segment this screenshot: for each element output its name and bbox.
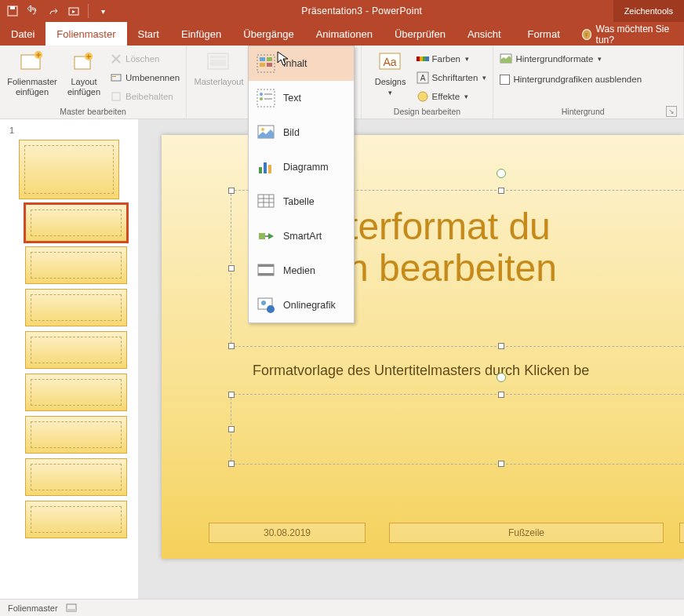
insert-layout-button[interactable]: Layout einfügen bbox=[61, 49, 107, 105]
tab-slidemaster[interactable]: Folienmaster bbox=[45, 22, 126, 46]
layout-thumbnail-4[interactable] bbox=[25, 331, 127, 369]
resize-handle[interactable] bbox=[498, 343, 504, 349]
colors-button[interactable]: Farben ▾ bbox=[417, 50, 487, 67]
svg-rect-39 bbox=[264, 162, 267, 173]
redo-icon[interactable] bbox=[45, 3, 61, 19]
dd-item-table[interactable]: Tabelle bbox=[249, 184, 354, 219]
resize-handle[interactable] bbox=[498, 392, 504, 398]
window-title: Präsentation3 - PowerPoint bbox=[115, 5, 609, 16]
dd-item-online[interactable]: Onlinegrafik bbox=[249, 288, 354, 323]
resize-handle[interactable] bbox=[228, 426, 235, 432]
svg-point-24 bbox=[418, 92, 428, 101]
start-over-icon[interactable] bbox=[66, 3, 82, 19]
tab-start[interactable]: Start bbox=[127, 22, 170, 46]
rotate-handle-icon[interactable] bbox=[497, 169, 506, 178]
svg-rect-11 bbox=[210, 56, 226, 58]
group-design-edit: Aa Designs▾ Farben ▾ ASchriftarten ▾ Eff… bbox=[362, 46, 494, 118]
content-placeholder[interactable] bbox=[231, 394, 684, 465]
svg-rect-9 bbox=[112, 93, 120, 100]
tab-animations[interactable]: Animationen bbox=[305, 22, 384, 46]
slidemaster-insert-icon bbox=[20, 50, 45, 75]
undo-icon[interactable] bbox=[25, 3, 41, 19]
layout-thumbnail-8[interactable] bbox=[25, 501, 127, 538]
group-master-edit: Folienmaster einfügen Layout einfügen Lö… bbox=[0, 46, 187, 118]
rename-icon bbox=[110, 71, 122, 84]
resize-handle[interactable] bbox=[228, 392, 235, 398]
dd-item-picture[interactable]: Bild bbox=[249, 115, 354, 150]
layout-thumbnail-1[interactable] bbox=[25, 204, 127, 242]
hide-bg-graphics-checkbox[interactable]: Hintergrundgrafiken ausblenden bbox=[500, 71, 642, 88]
chart-icon bbox=[256, 158, 275, 177]
tab-review[interactable]: Überprüfen bbox=[384, 22, 457, 46]
svg-rect-8 bbox=[112, 76, 116, 77]
resize-handle[interactable] bbox=[228, 188, 235, 194]
resize-handle[interactable] bbox=[228, 343, 235, 349]
slide-editor[interactable]: elmasterformat duKlicken bearbeiten Form… bbox=[138, 119, 684, 599]
resize-handle[interactable] bbox=[498, 461, 504, 467]
tab-format[interactable]: Format bbox=[517, 22, 571, 46]
rename-button[interactable]: Umbenennen bbox=[110, 69, 180, 86]
master-thumbnail[interactable] bbox=[19, 140, 119, 199]
tab-insert[interactable]: Einfügen bbox=[170, 22, 232, 46]
background-formats-button[interactable]: Hintergrundformate ▾ bbox=[500, 50, 642, 67]
date-placeholder[interactable]: 30.08.2019 bbox=[209, 523, 366, 543]
status-view-label: Folienmaster bbox=[8, 603, 58, 613]
layout-thumbnail-2[interactable] bbox=[25, 246, 127, 284]
dialog-launcher-icon[interactable]: ↘ bbox=[666, 106, 677, 117]
svg-rect-27 bbox=[260, 57, 265, 61]
qat-more-icon[interactable]: ▾ bbox=[95, 3, 111, 19]
layout-thumbnail-5[interactable] bbox=[25, 374, 127, 411]
svg-rect-7 bbox=[111, 75, 121, 81]
statusbar: Folienmaster bbox=[0, 599, 684, 616]
thumbnail-pane[interactable]: 1 bbox=[0, 119, 138, 599]
tab-file[interactable]: Datei bbox=[0, 22, 45, 46]
masterlayout-icon bbox=[206, 50, 231, 75]
layout-insert-icon bbox=[71, 50, 96, 75]
tell-me-search[interactable]: ♀ Was möchten Sie tun? bbox=[571, 24, 684, 46]
slide-canvas[interactable]: elmasterformat duKlicken bearbeiten Form… bbox=[162, 135, 684, 559]
resize-handle[interactable] bbox=[498, 188, 504, 194]
resize-handle[interactable] bbox=[228, 265, 235, 272]
resize-handle[interactable] bbox=[228, 461, 235, 467]
layout-thumbnail-7[interactable] bbox=[25, 458, 127, 496]
dd-item-media[interactable]: Medien bbox=[249, 253, 354, 288]
masterlayout-button: Masterlayout bbox=[193, 49, 245, 105]
svg-rect-1 bbox=[10, 6, 15, 9]
tab-transitions[interactable]: Übergänge bbox=[232, 22, 304, 46]
svg-point-48 bbox=[261, 301, 266, 305]
dd-item-smartart[interactable]: SmartArt bbox=[249, 219, 354, 253]
picture-icon bbox=[256, 123, 275, 142]
svg-rect-33 bbox=[264, 93, 272, 95]
delete-icon bbox=[110, 53, 122, 65]
insert-slidemaster-button[interactable]: Folienmaster einfügen bbox=[6, 49, 58, 105]
online-picture-icon bbox=[256, 296, 275, 315]
svg-point-32 bbox=[260, 93, 263, 96]
svg-rect-35 bbox=[264, 98, 272, 100]
smartart-icon bbox=[256, 227, 275, 246]
delete-button: Löschen bbox=[110, 50, 180, 67]
fonts-button[interactable]: ASchriftarten ▾ bbox=[417, 69, 487, 86]
effects-button[interactable]: Effekte ▾ bbox=[417, 88, 487, 105]
svg-rect-42 bbox=[259, 233, 265, 239]
designs-button[interactable]: Aa Designs▾ bbox=[368, 49, 413, 105]
layout-thumbnail-6[interactable] bbox=[25, 416, 127, 454]
layout-thumbnail-3[interactable] bbox=[25, 289, 127, 326]
titlebar: ▾ Präsentation3 - PowerPoint Zeichentool… bbox=[0, 0, 684, 22]
footer-placeholder[interactable]: Fußzeile bbox=[389, 523, 664, 543]
svg-rect-38 bbox=[259, 167, 262, 173]
tab-view[interactable]: Ansicht bbox=[457, 22, 512, 46]
subtitle-text[interactable]: Formatvorlage des Untertitelmasters durc… bbox=[253, 363, 684, 379]
svg-text:A: A bbox=[420, 74, 425, 82]
slidenum-placeholder[interactable] bbox=[679, 523, 684, 543]
effects-icon bbox=[417, 90, 429, 103]
dd-item-chart[interactable]: Diagramm bbox=[249, 150, 354, 184]
preserve-button: Beibehalten bbox=[110, 88, 180, 105]
group-background: Hintergrundformate ▾ Hintergrundgrafiken… bbox=[493, 46, 684, 118]
dd-item-content[interactable]: Inhalt bbox=[249, 46, 354, 81]
colors-icon bbox=[417, 53, 429, 65]
dd-item-text[interactable]: Text bbox=[249, 81, 354, 115]
app-name: PowerPoint bbox=[372, 5, 422, 16]
notes-icon[interactable] bbox=[66, 603, 77, 613]
rotate-handle-icon[interactable] bbox=[497, 373, 506, 382]
save-icon[interactable] bbox=[5, 3, 20, 19]
